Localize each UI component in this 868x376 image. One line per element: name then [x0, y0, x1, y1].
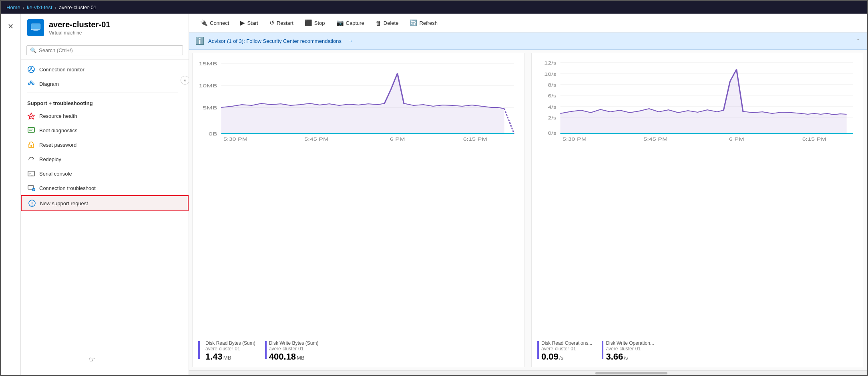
boot-diagnostics-label: Boot diagnostics — [39, 127, 77, 133]
sidebar-item-diagram[interactable]: Diagram — [21, 77, 189, 91]
sidebar-item-connection-monitor[interactable]: Connection monitor — [21, 62, 189, 77]
metric-disk-write-ops-name: avere-cluster-01 — [606, 346, 654, 352]
new-support-request-label: New support request — [40, 200, 88, 206]
connection-monitor-icon — [27, 65, 35, 73]
close-panel: ✕ — [1, 14, 21, 375]
cursor-indicator: ☞ — [89, 355, 95, 364]
advisor-chevron-icon: ⌃ — [856, 38, 861, 44]
svg-text:0B: 0B — [209, 131, 217, 136]
sidebar-item-new-support-request[interactable]: New support request — [21, 195, 189, 211]
svg-rect-10 — [28, 83, 30, 85]
svg-text:5:30 PM: 5:30 PM — [223, 137, 247, 142]
vm-icon — [27, 19, 44, 36]
collapse-sidebar-button[interactable]: « — [181, 76, 189, 85]
advisor-arrow: → — [348, 38, 354, 44]
delete-button[interactable]: 🗑 Delete — [371, 17, 404, 29]
serial-console-icon: >_ — [27, 170, 35, 178]
svg-rect-16 — [29, 129, 33, 129]
connect-button[interactable]: 🔌 Connect — [195, 17, 234, 29]
stop-button[interactable]: ⬛ Stop — [300, 17, 330, 29]
svg-text:6 PM: 6 PM — [729, 137, 744, 142]
metric-disk-read-label: Disk Read Bytes (Sum) — [205, 340, 255, 346]
advisor-banner[interactable]: ℹ️ Advisor (1 of 3): Follow Security Cen… — [189, 32, 867, 50]
refresh-icon: 🔄 — [410, 19, 417, 26]
sidebar-item-resource-health[interactable]: Resource health — [21, 109, 189, 123]
vm-header: avere-cluster-01 Virtual machine — [21, 14, 189, 41]
diagram-icon — [27, 80, 35, 88]
svg-text:4/s: 4/s — [548, 105, 557, 109]
start-button[interactable]: ▶ Start — [235, 17, 263, 29]
breadcrumb-home[interactable]: Home — [6, 4, 20, 10]
breadcrumb-current: avere-cluster-01 — [59, 4, 96, 10]
metric-disk-read-unit: MB — [223, 355, 231, 361]
sidebar-item-serial-console[interactable]: >_ Serial console — [21, 166, 189, 181]
svg-text:2/s: 2/s — [548, 116, 557, 120]
svg-text:5:30 PM: 5:30 PM — [563, 137, 587, 142]
metric-disk-read-name: avere-cluster-01 — [205, 346, 255, 352]
main-content: 🔌 Connect ▶ Start ↺ Restart ⬛ Stop 📷 — [189, 14, 867, 375]
metric-disk-write-value: 400.18 — [269, 352, 296, 362]
svg-line-9 — [31, 69, 33, 71]
metric-disk-write-unit: MB — [297, 355, 305, 361]
advisor-info-icon: ℹ️ — [195, 36, 204, 45]
redeploy-icon — [27, 155, 35, 163]
svg-point-5 — [30, 67, 32, 69]
svg-text:>_: >_ — [29, 172, 33, 176]
metric-disk-write-ops-value: 3.66 — [606, 352, 623, 362]
svg-text:6 PM: 6 PM — [390, 137, 405, 142]
disk-bytes-chart-panel: 15MB 10MB 5MB 0B 5:30 PM 5:45 PM — [192, 53, 525, 367]
metric-disk-read-value: 1.43 — [205, 352, 223, 362]
serial-console-label: Serial console — [39, 171, 72, 177]
svg-text:5MB: 5MB — [203, 105, 217, 110]
disk-ops-chart-panel: 12/s 10/s 8/s 6/s 4/s 2/s 0/s — [531, 53, 864, 367]
sidebar-item-connection-troubleshoot[interactable]: Connection troubleshoot — [21, 181, 189, 195]
sidebar-body: « Connection monitor Diagram — [21, 60, 189, 375]
sidebar-item-reset-password[interactable]: Reset password — [21, 137, 189, 152]
search-input[interactable] — [39, 47, 179, 53]
capture-button[interactable]: 📷 Capture — [332, 17, 369, 29]
vm-title: avere-cluster-01 — [49, 20, 110, 29]
metric-disk-read-ops: Disk Read Operations... avere-cluster-01… — [537, 340, 592, 362]
svg-point-18 — [30, 145, 32, 147]
metric-disk-write-bytes: Disk Write Bytes (Sum) avere-cluster-01 … — [265, 340, 319, 362]
metric-disk-read-ops-unit: /s — [559, 355, 563, 361]
svg-rect-11 — [32, 83, 34, 85]
metric-disk-write-ops: Disk Write Operation... avere-cluster-01… — [602, 340, 654, 362]
metric-disk-read-bytes: Disk Read Bytes (Sum) avere-cluster-01 1… — [198, 340, 255, 362]
capture-icon: 📷 — [336, 19, 344, 26]
svg-text:12/s: 12/s — [544, 61, 557, 65]
connection-troubleshoot-label: Connection troubleshoot — [39, 185, 96, 191]
metric-disk-write-ops-label: Disk Write Operation... — [606, 340, 654, 346]
restart-button[interactable]: ↺ Restart — [265, 17, 298, 29]
svg-text:15MB: 15MB — [199, 61, 217, 66]
resource-health-icon — [27, 112, 35, 120]
search-wrap[interactable]: 🔍 — [26, 45, 183, 55]
sidebar: avere-cluster-01 Virtual machine 🔍 « — [21, 14, 189, 375]
disk-ops-footer: Disk Read Operations... avere-cluster-01… — [532, 337, 864, 367]
svg-text:10/s: 10/s — [544, 72, 557, 77]
charts-area: 15MB 10MB 5MB 0B 5:30 PM 5:45 PM — [189, 50, 867, 370]
reset-password-icon — [27, 141, 35, 149]
search-icon: 🔍 — [30, 47, 36, 53]
reset-password-label: Reset password — [39, 142, 76, 148]
disk-bytes-chart-content: 15MB 10MB 5MB 0B 5:30 PM 5:45 PM — [193, 53, 524, 337]
svg-point-4 — [28, 66, 34, 73]
start-icon: ▶ — [240, 19, 245, 26]
scrollbar-thumb[interactable] — [595, 372, 667, 374]
close-button[interactable]: ✕ — [5, 21, 16, 32]
refresh-button[interactable]: 🔄 Refresh — [405, 17, 442, 29]
bottom-scrollbar[interactable] — [189, 370, 867, 375]
svg-text:5:45 PM: 5:45 PM — [643, 137, 667, 142]
stop-icon: ⬛ — [305, 19, 312, 26]
divider — [27, 93, 178, 93]
svg-text:10MB: 10MB — [199, 83, 217, 88]
breadcrumb-parent[interactable]: ke-vfxt-test — [27, 4, 52, 10]
advisor-text: Advisor (1 of 3): Follow Security Center… — [208, 38, 342, 44]
svg-text:6:15 PM: 6:15 PM — [463, 137, 487, 142]
delete-icon: 🗑 — [376, 20, 382, 26]
svg-rect-12 — [30, 81, 32, 83]
svg-rect-0 — [31, 24, 40, 30]
sidebar-item-boot-diagnostics[interactable]: Boot diagnostics — [21, 123, 189, 137]
svg-rect-24 — [32, 202, 32, 204]
sidebar-item-redeploy[interactable]: Redeploy — [21, 152, 189, 166]
